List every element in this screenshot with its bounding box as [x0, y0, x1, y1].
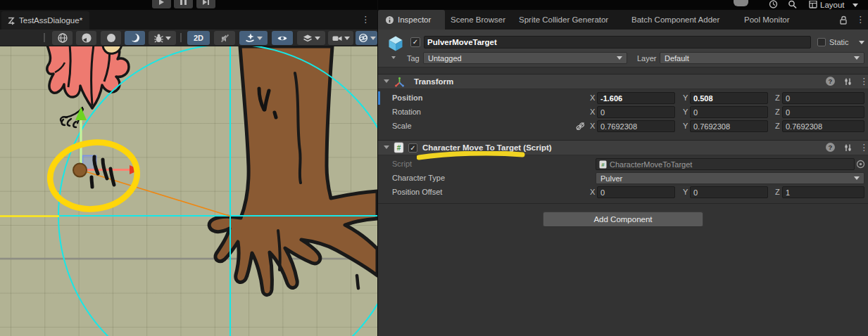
play-button[interactable]	[152, 0, 171, 8]
presets-icon[interactable]	[843, 143, 853, 153]
unlock-icon[interactable]	[839, 15, 848, 25]
tag-dropdown[interactable]: Untagged	[423, 52, 627, 64]
svg-text:#: #	[601, 162, 605, 168]
scene-view-canvas[interactable]	[0, 46, 377, 336]
dialogue-window-icon	[6, 16, 15, 25]
scale-label: Scale	[392, 119, 412, 133]
camera-icon	[332, 33, 343, 44]
position-y-input[interactable]	[690, 92, 768, 104]
layers-icon	[302, 33, 313, 44]
offset-y-input[interactable]	[690, 186, 768, 198]
tab-inspector[interactable]: Inspector	[378, 10, 445, 30]
scale-y-input[interactable]	[690, 120, 768, 132]
object-picker-icon[interactable]	[856, 160, 865, 169]
add-component-button[interactable]: Add Component	[543, 212, 703, 227]
inspector-menu-kebab-icon[interactable]: ⋮	[856, 15, 865, 24]
tab-batch-component-adder[interactable]: Batch Component Adder	[631, 10, 719, 30]
cloud-icon[interactable]	[734, 0, 748, 6]
transform-foldout-icon[interactable]	[384, 79, 389, 83]
gizmos-dropdown-button[interactable]	[356, 31, 377, 45]
script-object-field[interactable]: # CharacterMoveToTarget	[596, 158, 855, 170]
scale-x-input[interactable]	[597, 120, 675, 132]
toolbar-separator	[44, 33, 45, 42]
gameobject-cube-icon[interactable]	[386, 34, 405, 53]
tree-sprite[interactable]	[209, 46, 377, 295]
draw-mode-wireframe-button[interactable]	[52, 31, 73, 45]
wireframe-sphere-icon	[57, 32, 68, 44]
layout-grid-icon[interactable]	[809, 1, 817, 8]
camera-dropdown-button[interactable]	[328, 31, 353, 45]
position-x-input[interactable]	[597, 92, 675, 104]
icon-picker-caret[interactable]	[391, 56, 396, 59]
layout-dropdown[interactable]: Layout	[820, 0, 845, 10]
gameobject-active-checkbox[interactable]: ✓	[410, 37, 420, 47]
tab-scene-browser[interactable]: Scene Browser	[451, 10, 505, 30]
dropdown-caret-icon	[315, 37, 320, 40]
csharp-script-icon: #	[599, 160, 607, 169]
axis-x-label: X	[590, 105, 595, 119]
step-button[interactable]	[196, 0, 215, 8]
tab-sprite-collider-generator[interactable]: Sprite Collider Generator	[519, 10, 608, 30]
offset-z-input[interactable]	[782, 186, 864, 198]
draw-mode-solid-button[interactable]	[101, 31, 121, 45]
axis-x-label: X	[590, 91, 595, 105]
help-icon[interactable]: ?	[826, 143, 835, 152]
rotation-z-input[interactable]	[782, 106, 864, 118]
scene-pane-tabbar: TestAssDialogue* ⋮	[0, 10, 377, 30]
axis-y-label: Y	[683, 105, 688, 119]
offset-x-input[interactable]	[597, 186, 675, 198]
component-menu-kebab-icon[interactable]: ⋮	[860, 77, 868, 86]
transform-title: Transform	[414, 74, 453, 89]
search-icon[interactable]	[788, 0, 797, 9]
axis-x-label: X	[590, 186, 595, 199]
scene-gizmo-layer	[0, 46, 377, 336]
effects-star-icon	[244, 32, 256, 44]
static-caret-icon[interactable]	[859, 41, 864, 44]
2d-mode-button[interactable]: 2D	[187, 31, 210, 45]
debug-bug-dropdown-button[interactable]	[149, 31, 176, 45]
axis-y-label: Y	[683, 119, 688, 133]
position-z-input[interactable]	[782, 92, 864, 104]
target-dot-sprite[interactable]	[73, 164, 87, 177]
history-clock-icon[interactable]	[769, 0, 778, 9]
audio-mute-button[interactable]	[214, 31, 235, 45]
position-label: Position	[392, 91, 422, 105]
gameobject-name-input[interactable]	[424, 36, 811, 49]
rotation-x-input[interactable]	[597, 106, 675, 118]
dropdown-caret-icon	[165, 37, 171, 40]
script-foldout-icon[interactable]	[384, 146, 389, 149]
axis-z-label: Z	[775, 91, 780, 105]
yellow-marker-circle-annotation	[46, 137, 141, 214]
prefab-override-bar	[378, 91, 380, 105]
check-icon: ✓	[413, 39, 418, 46]
help-icon[interactable]: ?	[826, 77, 835, 86]
layer-dropdown[interactable]: Default	[660, 52, 864, 64]
component-menu-kebab-icon[interactable]: ⋮	[860, 143, 868, 152]
tag-label: Tag	[407, 53, 420, 64]
dropdown-caret-icon	[257, 37, 263, 40]
bug-icon	[153, 32, 164, 44]
pause-button[interactable]	[174, 0, 193, 8]
draw-mode-selected-button[interactable]	[125, 31, 145, 45]
check-icon: ✓	[410, 145, 415, 152]
toolbar-separator	[180, 33, 182, 42]
play-icon	[159, 0, 164, 5]
effects-dropdown-button[interactable]	[239, 31, 268, 45]
script-object-name: CharacterMoveToTarget	[610, 160, 692, 169]
constrain-proportions-disabled-icon[interactable]	[575, 121, 586, 131]
character-type-dropdown[interactable]: Pulver	[596, 172, 864, 184]
audio-muted-icon	[220, 33, 230, 44]
tab-label: TestAssDialogue*	[19, 16, 82, 25]
scale-z-input[interactable]	[782, 120, 864, 132]
rotation-y-input[interactable]	[690, 106, 768, 118]
presets-icon[interactable]	[843, 77, 853, 86]
tab-pool-monitor[interactable]: Pool Monitor	[744, 10, 790, 30]
tab-test-ass-dialogue[interactable]: TestAssDialogue*	[1, 11, 89, 30]
static-checkbox[interactable]	[817, 38, 826, 46]
draw-mode-shaded-wire-button[interactable]	[76, 31, 96, 45]
pane-menu-kebab-icon[interactable]: ⋮	[361, 15, 370, 24]
layers-dropdown-button[interactable]	[297, 31, 325, 45]
dropdown-caret-icon	[344, 37, 350, 40]
scene-visibility-button[interactable]	[272, 31, 293, 45]
character-type-value: Pulver	[600, 174, 622, 183]
